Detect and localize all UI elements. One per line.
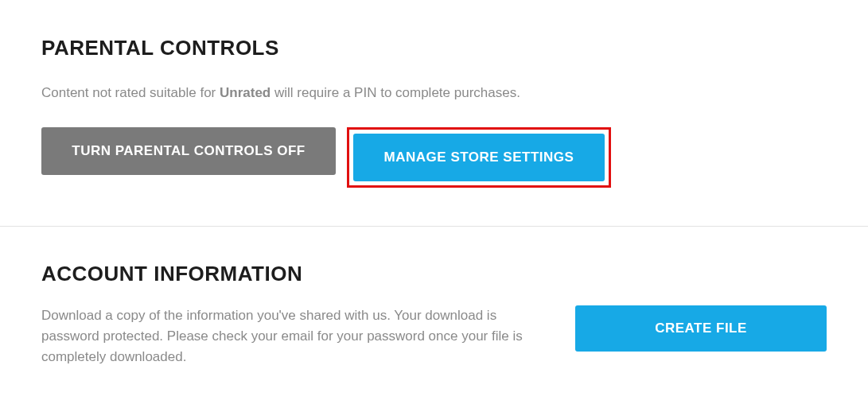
parental-button-row: TURN PARENTAL CONTROLS OFF MANAGE STORE … (41, 127, 827, 188)
create-file-button[interactable]: CREATE FILE (575, 305, 827, 352)
account-information-heading: ACCOUNT INFORMATION (41, 262, 827, 286)
account-description: Download a copy of the information you'v… (41, 305, 543, 368)
desc-rating: Unrated (220, 85, 271, 100)
parental-controls-description: Content not rated suitable for Unrated w… (41, 83, 827, 103)
parental-controls-heading: PARENTAL CONTROLS (41, 36, 827, 60)
manage-store-settings-button[interactable]: MANAGE STORE SETTINGS (353, 134, 605, 181)
desc-suffix: will require a PIN to complete purchases… (271, 85, 520, 100)
desc-prefix: Content not rated suitable for (41, 85, 220, 100)
highlight-annotation: MANAGE STORE SETTINGS (347, 127, 611, 188)
account-row: Download a copy of the information you'v… (41, 305, 827, 368)
parental-controls-section: PARENTAL CONTROLS Content not rated suit… (0, 0, 868, 227)
turn-parental-controls-off-button[interactable]: TURN PARENTAL CONTROLS OFF (41, 127, 336, 175)
account-information-section: ACCOUNT INFORMATION Download a copy of t… (0, 227, 868, 400)
